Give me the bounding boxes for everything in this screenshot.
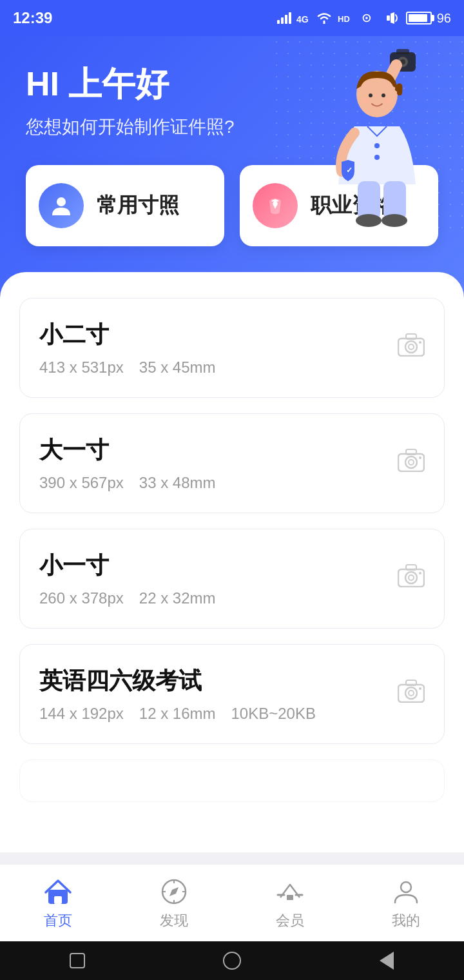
nav-label-discover: 发现 [160,911,188,930]
svg-text:✓: ✓ [346,166,353,175]
svg-point-35 [419,456,421,459]
svg-rect-8 [387,15,390,21]
android-back-icon [380,952,394,970]
photo-card-meta-2: 260 x 378px 22 x 32mm [39,589,216,607]
svg-point-51 [401,882,411,892]
camera-icon-2 [398,564,425,593]
svg-rect-50 [287,895,293,900]
4g-icon: 4G [296,12,311,24]
android-back-button[interactable] [374,948,400,974]
svg-rect-10 [396,49,409,54]
nav-item-member[interactable]: 会员 [275,876,305,930]
photo-card-px-3: 144 x 192px [39,705,124,723]
android-home-button[interactable] [219,948,245,974]
common-photo-button[interactable]: 常用寸照 [26,165,224,246]
svg-point-17 [383,98,392,103]
common-photo-icon [39,183,84,228]
photo-card-px-0: 413 x 531px [39,358,124,377]
svg-rect-0 [277,20,280,24]
svg-text:HD: HD [338,14,350,24]
android-nav-bar [0,941,464,980]
signal-icon [277,12,291,24]
svg-rect-1 [281,17,284,24]
photo-card-px-2: 260 x 378px [39,589,124,607]
wifi-icon [316,12,333,24]
svg-point-43 [409,691,414,696]
status-time: 12:39 [13,9,52,27]
camera-status-icon [361,12,382,24]
photo-card-filesize-3: 10KB~20KB [231,705,316,723]
photo-card-title-0: 小二寸 [39,319,216,351]
photo-card-mm-1: 33 x 48mm [139,474,216,492]
photo-card-meta-0: 413 x 531px 35 x 45mm [39,358,216,377]
nav-label-home: 首页 [44,911,72,930]
svg-point-14 [369,93,372,97]
status-bar: 12:39 4G HD 96 [0,0,464,36]
volume-icon [387,12,401,24]
nav-label-mine: 我的 [392,911,420,930]
nav-item-discover[interactable]: 发现 [159,876,189,930]
main-content: 小二寸 413 x 531px 35 x 45mm 大一寸 390 x 567p… [0,272,464,852]
photo-size-card-3[interactable]: 英语四六级考试 144 x 192px 12 x 16mm 10KB~20KB [19,644,445,744]
photo-card-mm-0: 35 x 45mm [139,358,216,377]
svg-rect-2 [285,15,287,24]
mine-icon [391,876,421,907]
bottom-nav: 首页 发现 会员 [0,864,464,941]
svg-point-18 [374,143,380,148]
photo-size-card-2[interactable]: 小一寸 260 x 378px 22 x 32mm [19,529,445,629]
svg-point-40 [419,572,421,574]
photo-card-title-3: 英语四六级考试 [39,665,316,697]
status-icons: 4G HD 96 [277,11,451,26]
svg-point-22 [356,214,382,227]
nav-item-home[interactable]: 首页 [43,876,73,930]
camera-icon-3 [398,680,425,709]
battery-icon [406,12,432,24]
hero-illustration: ✓ [290,43,445,236]
svg-rect-3 [289,12,291,24]
photo-size-card-4-partial [19,760,445,802]
photo-card-title-2: 小一寸 [39,550,216,582]
svg-point-15 [382,93,385,97]
photo-card-info-2: 小一寸 260 x 378px 22 x 32mm [39,550,216,607]
photo-card-info-1: 大一寸 390 x 567px 33 x 48mm [39,435,216,492]
photo-card-meta-3: 144 x 192px 12 x 16mm 10KB~20KB [39,705,316,723]
photo-card-meta-1: 390 x 567px 33 x 48mm [39,474,216,492]
svg-point-30 [419,341,421,344]
svg-rect-21 [383,181,406,220]
common-photo-label: 常用寸照 [97,191,179,220]
camera-icon-1 [398,449,425,478]
svg-point-32 [405,456,417,468]
svg-point-28 [409,344,414,349]
battery-level: 96 [437,11,451,26]
photo-card-mm-3: 12 x 16mm [139,705,216,723]
svg-point-7 [365,17,368,19]
nav-label-member: 会员 [276,911,304,930]
svg-point-16 [362,98,371,103]
android-home-icon [223,952,241,970]
photo-size-card-1[interactable]: 大一寸 390 x 567px 33 x 48mm [19,413,445,513]
svg-rect-47 [54,896,62,904]
svg-point-42 [405,687,417,699]
svg-rect-20 [358,181,380,220]
svg-point-33 [409,460,414,465]
photo-card-info-3: 英语四六级考试 144 x 192px 12 x 16mm 10KB~20KB [39,665,316,723]
photo-size-card-0[interactable]: 小二寸 413 x 531px 35 x 45mm [19,298,445,398]
svg-point-37 [405,572,417,583]
android-recents-button[interactable] [64,948,90,974]
recents-icon [70,953,85,968]
photo-card-title-1: 大一寸 [39,435,216,466]
svg-point-45 [419,687,421,690]
home-icon [43,876,73,907]
svg-point-38 [409,575,414,580]
svg-text:4G: 4G [296,14,309,24]
svg-point-27 [405,341,417,353]
discover-icon [159,876,189,907]
photo-card-px-1: 390 x 567px [39,474,124,492]
nav-item-mine[interactable]: 我的 [391,876,421,930]
photo-card-info-0: 小二寸 413 x 531px 35 x 45mm [39,319,216,377]
svg-point-19 [374,155,380,160]
hd-icon: HD [338,12,356,24]
camera-icon-0 [398,333,425,362]
photo-card-mm-2: 22 x 32mm [139,589,216,607]
member-icon [275,876,305,907]
